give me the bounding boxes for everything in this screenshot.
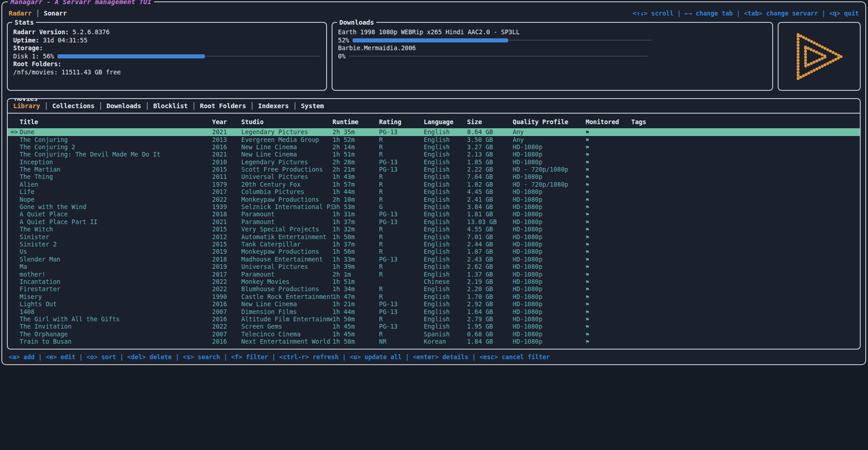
table-row[interactable]: Sinister 22015Tank Caterpillar1h 37mREng… (8, 241, 860, 248)
monitored-tag-icon: ⚑ (586, 248, 589, 255)
monitored-tag-icon: ⚑ (586, 204, 589, 210)
cell-size: 4.45 GB (467, 188, 513, 195)
cell-rating: R (379, 181, 424, 188)
table-row[interactable]: Ma2019Universal Pictures1h 39mREnglish2.… (8, 263, 860, 270)
stats-label: Storage: (13, 44, 43, 52)
monitored-tag-icon: ⚑ (586, 166, 589, 173)
cell-rating: R (379, 143, 424, 151)
cell-quality-profile: HD-1080p (513, 151, 586, 158)
table-row[interactable]: The Invitation2022Screen Gems1h 45mPG-13… (8, 323, 860, 330)
monitored-tag-icon: ⚑ (586, 316, 589, 323)
cell-monitored: ⚑ (586, 203, 631, 210)
download-item-name: Barbie.Mermaidia.2006 (338, 44, 767, 52)
tab-collections[interactable]: Collections (52, 102, 94, 110)
cell-language: English (424, 203, 467, 210)
table-row[interactable]: The Thing2011Universal Pictures1h 43mREn… (8, 173, 860, 180)
table-row[interactable]: Misery1990Castle Rock Entertainment1h 47… (8, 293, 860, 300)
table-row[interactable]: The Orphanage2007Telecinco Cinema1h 45mR… (8, 330, 860, 338)
cell-studio: Monkeypaw Productions (241, 248, 333, 255)
col-studio: Studio (241, 118, 333, 126)
monitored-tag-icon: ⚑ (586, 293, 589, 300)
cell-title: Dune (20, 128, 212, 136)
monitored-tag-icon: ⚑ (586, 211, 589, 218)
cell-rating: PG-13 (379, 308, 424, 315)
table-row[interactable]: The Martian2015Scott Free Productions2h … (8, 166, 860, 173)
table-row[interactable]: Us2019Monkeypaw Productions1h 56mREnglis… (8, 248, 860, 255)
cell-language: English (424, 158, 467, 166)
tab-system[interactable]: System (301, 102, 324, 110)
table-row[interactable]: Incantation2022Monkey Movies1h 51mChines… (8, 278, 860, 285)
table-row[interactable]: mother!2017Paramount2h 1mREnglish1.37 GB… (8, 271, 860, 278)
cell-rating: PG-13 (379, 323, 424, 330)
cell-tags (631, 330, 860, 338)
cell-tags (631, 128, 860, 136)
cell-size: 2.13 GB (467, 151, 513, 158)
table-row[interactable]: Sinister2012Automatik Entertainment1h 50… (8, 233, 860, 241)
stats-value: 31d 04:31:55 (39, 37, 88, 45)
table-row[interactable]: The Conjuring 22016New Line Cinema2h 14m… (8, 143, 860, 151)
col-year: Year (212, 118, 241, 126)
cell-title: 1408 (20, 308, 212, 315)
tab-root-folders[interactable]: Root Folders (200, 102, 246, 110)
cell-studio: Paramount (241, 218, 333, 225)
cell-monitored: ⚑ (586, 218, 631, 225)
cell-studio: Automatik Entertainment (241, 233, 333, 241)
tab-downloads[interactable]: Downloads (107, 102, 141, 110)
selection-marker (8, 315, 20, 323)
cell-language: English (424, 136, 467, 143)
table-row[interactable]: Train to Busan2016Next Entertainment Wor… (8, 338, 860, 345)
tab-blocklist[interactable]: Blocklist (153, 102, 188, 110)
cell-language: Spanish (424, 330, 467, 338)
table-row[interactable]: Slender Man2018Madhouse Entertainment1h … (8, 256, 860, 263)
download-percent-label: 0% (338, 52, 345, 60)
table-row[interactable]: A Quiet Place Part II2021Paramount1h 37m… (8, 218, 860, 225)
download-progress-gauge (349, 53, 648, 59)
table-row[interactable]: Nope2022Monkeypaw Productions2h 10mREngl… (8, 196, 860, 203)
selection-marker (8, 143, 20, 151)
cell-tags (631, 181, 860, 188)
cell-quality-profile: HD - 720p/1080p (513, 166, 586, 173)
table-row[interactable]: Gone with the Wind1939Selznick Internati… (8, 203, 860, 210)
top-help-hints: <↑↓> scroll | ←→ change tab | <tab> chan… (633, 10, 859, 17)
cell-size: 13.03 GB (467, 218, 513, 225)
table-row[interactable]: Firestarter2022Blumhouse Productions1h 3… (8, 285, 860, 293)
table-row[interactable]: A Quiet Place2018Paramount1h 31mPG-13Eng… (8, 210, 860, 218)
cell-year: 2012 (212, 233, 241, 241)
cell-monitored: ⚑ (586, 128, 631, 136)
cell-title: The Conjuring 2 (20, 143, 212, 151)
table-row[interactable]: Lights Out2016New Line Cinema1h 21mPG-13… (8, 300, 860, 308)
cell-language: English (424, 233, 467, 241)
cell-runtime: 1h 44m (333, 308, 379, 315)
table-row[interactable]: The Girl with All the Gifts2016Altitude … (8, 315, 860, 323)
table-row[interactable]: Inception2010Legendary Pictures2h 28mPG-… (8, 158, 860, 166)
stats-line: Radarr Version: 5.2.6.8376 (13, 28, 321, 37)
cell-runtime: 1h 45m (333, 330, 379, 338)
tab-library[interactable]: Library (13, 102, 40, 110)
tab-indexers[interactable]: Indexers (258, 102, 289, 110)
cell-year: 1979 (212, 181, 241, 188)
cell-monitored: ⚑ (586, 233, 631, 241)
table-row[interactable]: The Conjuring: The Devil Made Me Do It20… (8, 151, 860, 158)
servarr-tab-sonarr[interactable]: Sonarr (44, 10, 67, 17)
servarr-tab-radarr[interactable]: Radarr (9, 10, 32, 17)
stats-line: Disk 1: 56% (13, 52, 321, 61)
disk-usage-gauge (57, 53, 321, 59)
cell-rating: PG-13 (379, 210, 424, 218)
cell-tags (631, 293, 860, 300)
monitored-tag-icon: ⚑ (586, 219, 589, 225)
tab-separator: │ (293, 102, 296, 110)
table-row[interactable]: 14082007Dimension Films1h 44mPG-13Englis… (8, 308, 860, 315)
cell-tags (631, 300, 860, 308)
downloads-panel: Downloads Earth 1998 1080p WEBRip x265 H… (332, 22, 773, 91)
monitored-tag-icon: ⚑ (586, 286, 589, 293)
cell-quality-profile: HD-1080p (513, 233, 586, 241)
table-row[interactable]: Alien197920th Century Fox1h 57mREnglish1… (8, 181, 860, 188)
table-row[interactable]: =>Dune2021Legendary Pictures2h 35mPG-13E… (8, 128, 860, 136)
cell-quality-profile: HD - 720p/1080p (513, 181, 586, 188)
cell-monitored: ⚑ (586, 173, 631, 180)
table-row[interactable]: Life2017Columbia Pictures1h 44mREnglish4… (8, 188, 860, 195)
table-row[interactable]: The Witch2015Very Special Projects1h 32m… (8, 225, 860, 233)
bottom-help-hints: <a> add | <e> edit | <o> sort | <del> de… (7, 350, 861, 364)
movies-panel: Movies Library│Collections│Downloads│Blo… (7, 98, 861, 350)
table-row[interactable]: The Conjuring2013Evergreen Media Group1h… (8, 136, 860, 143)
